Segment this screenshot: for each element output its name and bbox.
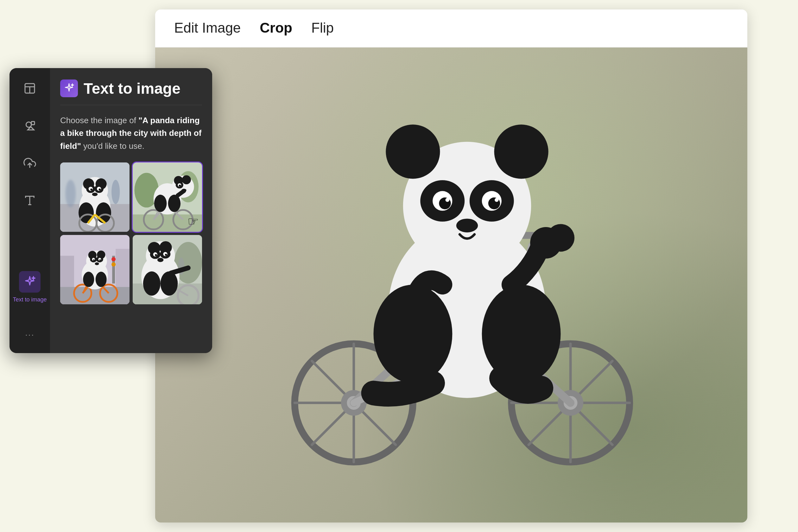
svg-point-98 bbox=[112, 262, 116, 266]
panel-icon-box bbox=[60, 79, 78, 97]
svg-point-135 bbox=[155, 254, 157, 256]
svg-point-38 bbox=[547, 224, 574, 252]
svg-point-82 bbox=[154, 195, 167, 212]
svg-point-136 bbox=[165, 254, 167, 256]
layout-svg bbox=[23, 82, 36, 95]
svg-point-62 bbox=[99, 188, 101, 191]
upload-svg bbox=[23, 157, 36, 169]
panel-description: Choose the image of "A panda riding a bi… bbox=[60, 114, 202, 152]
panel-divider bbox=[60, 105, 202, 105]
panda-cell-3-svg bbox=[60, 235, 130, 304]
panda-bike-svg bbox=[245, 89, 689, 500]
text-to-image-icon[interactable] bbox=[19, 271, 40, 292]
panel-header: Text to image bbox=[60, 79, 202, 97]
svg-point-117 bbox=[95, 262, 99, 265]
icon-rail: Text to image ... bbox=[10, 68, 50, 353]
svg-point-97 bbox=[112, 257, 116, 261]
text-icon[interactable] bbox=[19, 190, 40, 211]
tab-flip[interactable]: Flip bbox=[311, 17, 334, 39]
magic-svg bbox=[23, 276, 36, 288]
sidebar-panel: Text to image ... Text to image Choose t… bbox=[10, 68, 212, 353]
panda-cell-2-svg bbox=[133, 163, 202, 232]
svg-point-89 bbox=[179, 185, 181, 187]
svg-point-36 bbox=[456, 218, 478, 232]
panda-body bbox=[373, 125, 574, 398]
svg-point-61 bbox=[90, 188, 93, 191]
image-grid: ☞ bbox=[60, 163, 202, 304]
svg-point-106 bbox=[83, 272, 94, 287]
shapes-icon[interactable] bbox=[19, 115, 40, 136]
text-svg bbox=[23, 194, 36, 207]
svg-point-24 bbox=[482, 285, 561, 383]
dots-label: ... bbox=[25, 328, 34, 338]
panda-cell-4-svg bbox=[133, 235, 202, 304]
tab-crop[interactable]: Crop bbox=[260, 17, 292, 39]
svg-point-127 bbox=[160, 271, 178, 296]
svg-point-34 bbox=[445, 198, 449, 202]
image-editor-panel: Edit Image Crop Flip bbox=[155, 10, 747, 522]
svg-rect-95 bbox=[60, 287, 130, 304]
shapes-svg bbox=[23, 119, 36, 132]
svg-point-137 bbox=[157, 258, 164, 262]
editor-toolbar: Edit Image Crop Flip bbox=[155, 10, 747, 48]
content-panel: Text to image Choose the image of "A pan… bbox=[50, 68, 212, 353]
svg-point-107 bbox=[96, 272, 107, 287]
panda-image-3[interactable] bbox=[60, 235, 130, 304]
svg-rect-43 bbox=[31, 121, 35, 125]
svg-point-126 bbox=[143, 271, 160, 296]
svg-point-35 bbox=[495, 198, 498, 202]
editor-canvas bbox=[155, 48, 747, 522]
tab-edit-image[interactable]: Edit Image bbox=[174, 17, 241, 39]
svg-point-50 bbox=[112, 180, 120, 204]
layout-icon[interactable] bbox=[19, 78, 40, 99]
svg-point-26 bbox=[386, 125, 440, 178]
panda-figure bbox=[187, 66, 747, 522]
svg-point-53 bbox=[96, 202, 111, 223]
svg-point-115 bbox=[93, 259, 94, 261]
svg-point-49 bbox=[65, 180, 76, 208]
panda-cell-1-svg bbox=[60, 163, 130, 232]
upload-icon[interactable] bbox=[19, 152, 40, 174]
panel-magic-icon bbox=[63, 83, 75, 94]
svg-point-116 bbox=[99, 259, 101, 261]
more-options-icon[interactable]: ... bbox=[19, 322, 40, 344]
svg-point-86 bbox=[182, 175, 191, 184]
panda-image-4[interactable] bbox=[133, 235, 202, 304]
panda-image-1[interactable] bbox=[60, 163, 130, 232]
svg-point-83 bbox=[168, 195, 180, 212]
text-to-image-label: Text to image bbox=[13, 297, 46, 303]
svg-point-63 bbox=[92, 192, 98, 196]
panda-image-2[interactable]: ☞ bbox=[133, 163, 202, 232]
panel-title: Text to image bbox=[83, 80, 180, 97]
svg-point-27 bbox=[494, 125, 549, 178]
